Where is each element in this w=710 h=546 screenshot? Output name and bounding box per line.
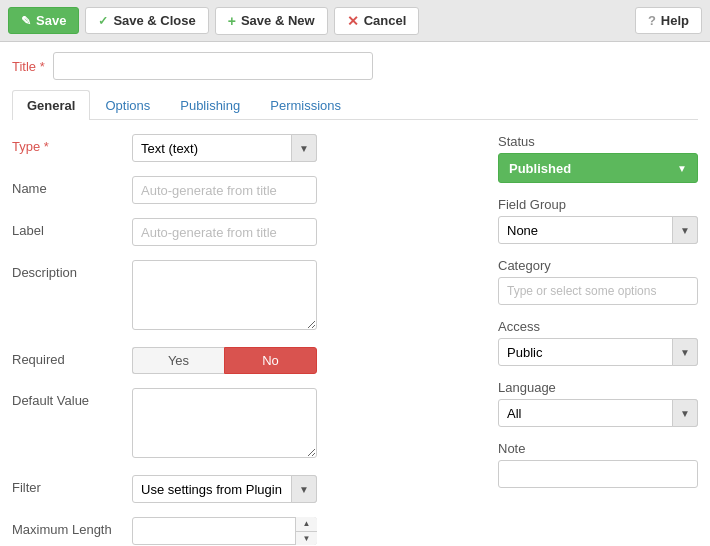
save-close-button[interactable]: ✓ Save & Close bbox=[85, 7, 208, 34]
status-value: Published bbox=[509, 161, 571, 176]
title-input[interactable] bbox=[53, 52, 373, 80]
access-select[interactable]: Public bbox=[498, 338, 698, 366]
tab-publishing[interactable]: Publishing bbox=[165, 90, 255, 120]
required-control: Yes No bbox=[132, 347, 468, 374]
content-area: Title * General Options Publishing Permi… bbox=[0, 42, 710, 546]
main-layout: Type * Text (text) ▼ Name bbox=[12, 134, 698, 546]
required-label: Required bbox=[12, 347, 132, 367]
access-label: Access bbox=[498, 319, 698, 334]
cancel-label: Cancel bbox=[364, 13, 407, 28]
tab-general[interactable]: General bbox=[12, 90, 90, 120]
language-label: Language bbox=[498, 380, 698, 395]
default-value-textarea[interactable] bbox=[132, 388, 317, 458]
type-control: Text (text) ▼ bbox=[132, 134, 468, 162]
title-label: Title * bbox=[12, 59, 45, 74]
note-label: Note bbox=[498, 441, 698, 456]
save-new-label: Save & New bbox=[241, 13, 315, 28]
type-label: Type * bbox=[12, 134, 132, 154]
cancel-icon: ✕ bbox=[347, 13, 359, 29]
save-close-label: Save & Close bbox=[113, 13, 195, 28]
label-label: Label bbox=[12, 218, 132, 238]
name-label: Name bbox=[12, 176, 132, 196]
right-panel: Status Published ▼ Field Group None ▼ bbox=[498, 134, 698, 546]
status-dropdown-arrow: ▼ bbox=[677, 163, 687, 174]
max-length-label: Maximum Length bbox=[12, 517, 132, 537]
label-input[interactable] bbox=[132, 218, 317, 246]
status-button[interactable]: Published ▼ bbox=[498, 153, 698, 183]
status-label: Status bbox=[498, 134, 698, 149]
filter-select[interactable]: Use settings from Plugin bbox=[132, 475, 317, 503]
help-icon: ? bbox=[648, 13, 656, 28]
number-spinner: ▲ ▼ bbox=[295, 517, 317, 545]
filter-row: Filter Use settings from Plugin ▼ bbox=[12, 475, 468, 503]
title-row: Title * bbox=[12, 52, 698, 80]
left-panel: Type * Text (text) ▼ Name bbox=[12, 134, 498, 546]
required-row: Required Yes No bbox=[12, 347, 468, 374]
toolbar: ✎ Save ✓ Save & Close + Save & New ✕ Can… bbox=[0, 0, 710, 42]
save-button[interactable]: ✎ Save bbox=[8, 7, 79, 34]
help-button[interactable]: ? Help bbox=[635, 7, 702, 34]
category-label: Category bbox=[498, 258, 698, 273]
type-row: Type * Text (text) ▼ bbox=[12, 134, 468, 162]
note-section: Note bbox=[498, 441, 698, 488]
max-length-control: ▲ ▼ bbox=[132, 517, 468, 545]
language-section: Language All ▼ bbox=[498, 380, 698, 427]
category-section: Category bbox=[498, 258, 698, 305]
filter-label: Filter bbox=[12, 475, 132, 495]
plus-icon: + bbox=[228, 13, 236, 29]
cancel-button[interactable]: ✕ Cancel bbox=[334, 7, 420, 35]
type-select[interactable]: Text (text) bbox=[132, 134, 317, 162]
description-control bbox=[132, 260, 468, 333]
tabs: General Options Publishing Permissions bbox=[12, 90, 698, 120]
note-input[interactable] bbox=[498, 460, 698, 488]
default-value-label: Default Value bbox=[12, 388, 132, 408]
save-label: Save bbox=[36, 13, 66, 28]
label-control bbox=[132, 218, 468, 246]
max-length-row: Maximum Length ▲ ▼ bbox=[12, 517, 468, 545]
required-no-button[interactable]: No bbox=[224, 347, 317, 374]
field-group-section: Field Group None ▼ bbox=[498, 197, 698, 244]
help-label: Help bbox=[661, 13, 689, 28]
name-control bbox=[132, 176, 468, 204]
default-value-row: Default Value bbox=[12, 388, 468, 461]
filter-control: Use settings from Plugin ▼ bbox=[132, 475, 468, 503]
spin-down-button[interactable]: ▼ bbox=[296, 532, 317, 546]
save-icon: ✎ bbox=[21, 14, 31, 28]
default-value-control bbox=[132, 388, 468, 461]
category-input[interactable] bbox=[498, 277, 698, 305]
max-length-input[interactable] bbox=[132, 517, 317, 545]
max-length-number-wrap: ▲ ▼ bbox=[132, 517, 317, 545]
check-icon: ✓ bbox=[98, 14, 108, 28]
required-yes-button[interactable]: Yes bbox=[132, 347, 224, 374]
field-group-label: Field Group bbox=[498, 197, 698, 212]
tab-options[interactable]: Options bbox=[90, 90, 165, 120]
save-new-button[interactable]: + Save & New bbox=[215, 7, 328, 35]
tab-permissions[interactable]: Permissions bbox=[255, 90, 356, 120]
access-section: Access Public ▼ bbox=[498, 319, 698, 366]
name-input[interactable] bbox=[132, 176, 317, 204]
status-section: Status Published ▼ bbox=[498, 134, 698, 183]
description-row: Description bbox=[12, 260, 468, 333]
description-label: Description bbox=[12, 260, 132, 280]
name-row: Name bbox=[12, 176, 468, 204]
description-textarea[interactable] bbox=[132, 260, 317, 330]
spin-up-button[interactable]: ▲ bbox=[296, 517, 317, 532]
required-toggle: Yes No bbox=[132, 347, 317, 374]
label-row: Label bbox=[12, 218, 468, 246]
language-select[interactable]: All bbox=[498, 399, 698, 427]
field-group-select[interactable]: None bbox=[498, 216, 698, 244]
